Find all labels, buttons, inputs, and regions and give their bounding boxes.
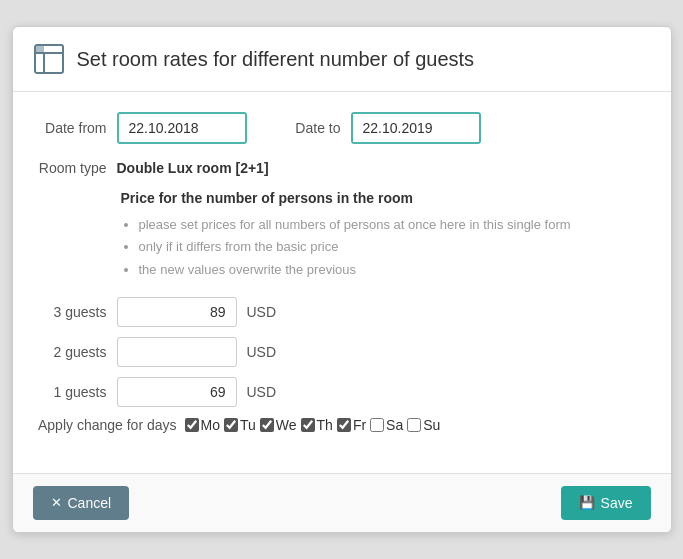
- day-we: We: [260, 417, 297, 433]
- date-from-input[interactable]: [117, 112, 247, 144]
- guest-3-label: 3 guests: [37, 304, 107, 320]
- bullet-item: only if it differs from the basic price: [139, 236, 647, 258]
- guest-3-currency: USD: [247, 304, 277, 320]
- guest-3-price-input[interactable]: [117, 297, 237, 327]
- svg-rect-3: [36, 46, 44, 52]
- day-fr: Fr: [337, 417, 366, 433]
- room-type-row: Room type Double Lux room [2+1]: [37, 160, 647, 176]
- day-fr-label: Fr: [353, 417, 366, 433]
- price-section-title: Price for the number of persons in the r…: [121, 190, 647, 206]
- dialog-header: Set room rates for different number of g…: [13, 27, 671, 92]
- guest-1-label: 1 guests: [37, 384, 107, 400]
- date-to-group: Date to: [271, 112, 481, 144]
- days-checkboxes: Mo Tu We Th Fr: [185, 417, 441, 433]
- day-su: Su: [407, 417, 440, 433]
- day-su-label: Su: [423, 417, 440, 433]
- dialog-title: Set room rates for different number of g…: [77, 48, 475, 71]
- dialog-footer: ✕ Cancel 💾 Save: [13, 473, 671, 532]
- day-mo-checkbox[interactable]: [185, 418, 199, 432]
- guest-row-1: 1 guests USD: [37, 377, 647, 407]
- apply-days-label: Apply change for days: [37, 417, 177, 433]
- guest-2-label: 2 guests: [37, 344, 107, 360]
- day-sa: Sa: [370, 417, 403, 433]
- date-from-label: Date from: [37, 120, 107, 136]
- guest-1-currency: USD: [247, 384, 277, 400]
- day-we-checkbox[interactable]: [260, 418, 274, 432]
- save-icon: 💾: [579, 495, 595, 510]
- guest-1-price-input[interactable]: [117, 377, 237, 407]
- cancel-button[interactable]: ✕ Cancel: [33, 486, 130, 520]
- save-label: Save: [601, 495, 633, 511]
- cancel-label: Cancel: [68, 495, 112, 511]
- save-button[interactable]: 💾 Save: [561, 486, 651, 520]
- day-we-label: We: [276, 417, 297, 433]
- guest-2-currency: USD: [247, 344, 277, 360]
- date-from-group: Date from: [37, 112, 247, 144]
- day-tu-label: Tu: [240, 417, 256, 433]
- day-mo-label: Mo: [201, 417, 220, 433]
- guest-2-price-input[interactable]: [117, 337, 237, 367]
- date-row: Date from Date to: [37, 112, 647, 144]
- day-tu: Tu: [224, 417, 256, 433]
- date-to-input[interactable]: [351, 112, 481, 144]
- bullet-item: the new values overwrite the previous: [139, 259, 647, 281]
- room-type-value: Double Lux room [2+1]: [117, 160, 269, 176]
- dialog-body: Date from Date to Room type Double Lux r…: [13, 92, 671, 472]
- day-su-checkbox[interactable]: [407, 418, 421, 432]
- guest-row-3: 3 guests USD: [37, 297, 647, 327]
- day-th-label: Th: [317, 417, 333, 433]
- bullet-item: please set prices for all numbers of per…: [139, 214, 647, 236]
- day-th: Th: [301, 417, 333, 433]
- day-sa-label: Sa: [386, 417, 403, 433]
- price-section: Price for the number of persons in the r…: [121, 190, 647, 280]
- day-tu-checkbox[interactable]: [224, 418, 238, 432]
- table-icon: [33, 43, 65, 75]
- price-bullet-list: please set prices for all numbers of per…: [121, 214, 647, 280]
- day-fr-checkbox[interactable]: [337, 418, 351, 432]
- day-mo: Mo: [185, 417, 220, 433]
- days-row: Apply change for days Mo Tu We Th: [37, 417, 647, 433]
- dialog: Set room rates for different number of g…: [12, 26, 672, 532]
- date-to-label: Date to: [271, 120, 341, 136]
- day-th-checkbox[interactable]: [301, 418, 315, 432]
- day-sa-checkbox[interactable]: [370, 418, 384, 432]
- cancel-icon: ✕: [51, 495, 62, 510]
- guest-row-2: 2 guests USD: [37, 337, 647, 367]
- room-type-label: Room type: [37, 160, 107, 176]
